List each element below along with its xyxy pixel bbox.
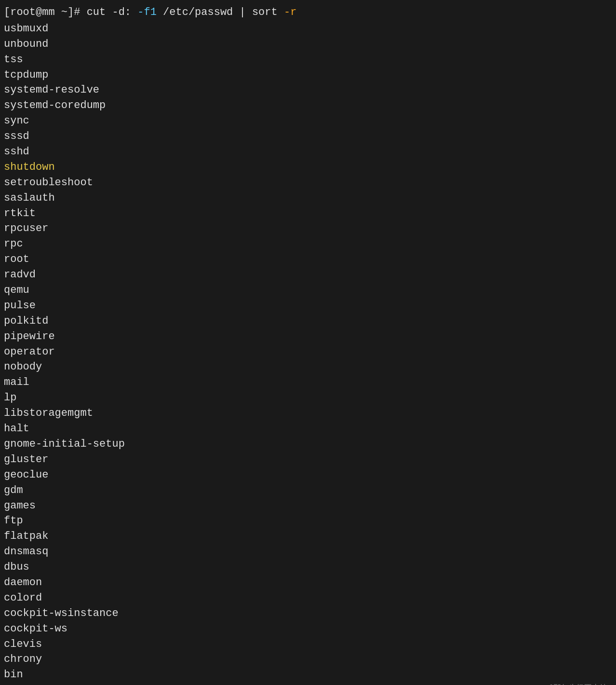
output-line-radvd: radvd	[4, 267, 612, 283]
output-line-rpcuser: rpcuser	[4, 221, 612, 236]
output-line-usbmuxd: usbmuxd	[4, 21, 612, 37]
output-line-pipewire: pipewire	[4, 329, 612, 344]
output-line-ftp: ftp	[4, 513, 612, 529]
shell-prompt: [root@mm ~]#	[4, 6, 87, 18]
output-line-daemon: daemon	[4, 575, 612, 590]
output-line-root: root	[4, 252, 612, 267]
output-line-pulse: pulse	[4, 298, 612, 314]
command-line: [root@mm ~]# cut -d: -f1 /etc/passwd | s…	[4, 5, 612, 20]
output-line-saslauth: saslauth	[4, 191, 612, 206]
output-line-shutdown: shutdown	[4, 160, 612, 175]
output-line-systemd-coredump: systemd-coredump	[4, 98, 612, 113]
output-line-avahi: avahi	[4, 683, 612, 685]
output-line-tcpdump: tcpdump	[4, 68, 612, 83]
output-line-gdm: gdm	[4, 483, 612, 498]
output-line-sync: sync	[4, 113, 612, 129]
watermark: CSDN @那年牛奶不太纯	[525, 683, 607, 685]
command-flag-f1: -f1	[137, 6, 157, 18]
output-line-polkitd: polkitd	[4, 314, 612, 329]
output-line-lp: lp	[4, 390, 612, 406]
output-line-dnsmasq: dnsmasq	[4, 544, 612, 560]
command-flag-r: -r	[284, 6, 296, 18]
output-line-systemd-resolve: systemd-resolve	[4, 82, 612, 98]
output-container: usbmuxd unbound tss tcpdump systemd-reso…	[4, 21, 612, 685]
command-sort: sort	[252, 6, 278, 18]
command-cut: cut	[87, 6, 106, 18]
output-line-clevis: clevis	[4, 637, 612, 652]
output-line-dbus: dbus	[4, 560, 612, 575]
output-line-cockpit-wsinstance: cockpit-wsinstance	[4, 606, 612, 621]
output-line-colord: colord	[4, 590, 612, 606]
output-line-mail: mail	[4, 375, 612, 390]
command-path: /etc/passwd	[163, 6, 233, 18]
output-line-libstoragemgmt: libstoragemgmt	[4, 406, 612, 421]
output-line-unbound: unbound	[4, 37, 612, 52]
output-line-setroubleshoot: setroubleshoot	[4, 175, 612, 191]
output-line-rpc: rpc	[4, 236, 612, 252]
command-dash-d: -d:	[112, 6, 131, 18]
output-line-nobody: nobody	[4, 359, 612, 375]
output-line-gluster: gluster	[4, 452, 612, 467]
output-line-gnome-initial-setup: gnome-initial-setup	[4, 437, 612, 452]
output-line-games: games	[4, 498, 612, 514]
output-line-halt: halt	[4, 421, 612, 437]
output-line-qemu: qemu	[4, 283, 612, 298]
command-pipe: |	[233, 6, 252, 18]
output-line-flatpak: flatpak	[4, 529, 612, 544]
output-line-sssd: sssd	[4, 129, 612, 144]
output-line-geoclue: geoclue	[4, 467, 612, 483]
output-line-cockpit-ws: cockpit-ws	[4, 621, 612, 637]
terminal-window: [root@mm ~]# cut -d: -f1 /etc/passwd | s…	[0, 0, 616, 685]
output-line-operator: operator	[4, 344, 612, 360]
output-line-bin: bin	[4, 667, 612, 683]
output-line-sshd: sshd	[4, 144, 612, 160]
output-line-chrony: chrony	[4, 652, 612, 667]
output-line-rtkit: rtkit	[4, 206, 612, 221]
output-line-tss: tss	[4, 52, 612, 68]
